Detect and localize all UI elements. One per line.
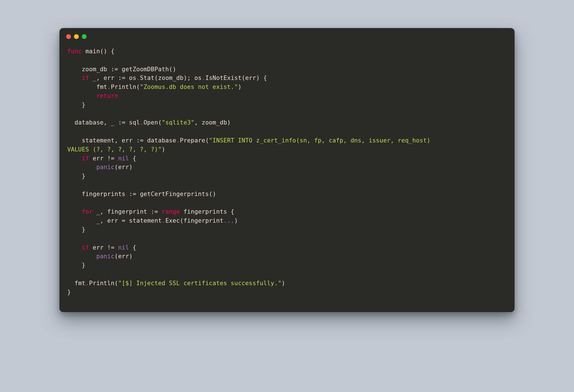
code-token-punct: )	[234, 217, 238, 224]
code-token-op: :=	[118, 119, 129, 126]
code-content: func main() { zoom_db := getZoomDBPath()…	[59, 42, 515, 312]
code-token-var: _	[96, 217, 100, 224]
code-token-var: err	[93, 244, 107, 251]
close-icon[interactable]	[66, 34, 71, 39]
code-token-op: :=	[151, 208, 162, 215]
code-window: func main() { zoom_db := getZoomDBPath()…	[59, 28, 515, 312]
code-token-punct: ()	[169, 66, 176, 73]
code-token-str: "sqlite3"	[162, 119, 195, 126]
code-token-punct: (fingerprint	[180, 217, 223, 224]
code-token-punct: {	[129, 155, 136, 162]
code-token-punct: ,	[114, 137, 122, 144]
code-token-punct: {	[227, 208, 234, 215]
code-token-fn: Println	[111, 83, 136, 90]
code-token-var: _	[111, 119, 118, 126]
code-token-kw: for	[82, 208, 93, 215]
code-token-dot-op: .	[85, 280, 89, 287]
code-token-var: err	[107, 217, 122, 224]
code-token-fn: Exec	[165, 217, 180, 224]
code-token-str: "INSERT INTO z_cert_info(sn, fp, cafp, d…	[209, 137, 434, 144]
window-titlebar	[59, 28, 515, 42]
code-token-punct: ,	[100, 217, 107, 224]
code-token-var: err	[93, 155, 107, 162]
code-token-punct: (err)	[114, 253, 133, 260]
code-token-pkg: database	[147, 137, 176, 144]
code-token-punct: (err) {	[242, 74, 267, 81]
code-token-punct: (zoom_db);	[154, 74, 195, 81]
code-token-dot-op: .	[202, 74, 205, 81]
code-token-punct: }	[82, 226, 85, 233]
code-token-punct: , zoom_db)	[195, 119, 231, 126]
code-token-builtin: panic	[96, 163, 115, 170]
code-token-var: fingerprints	[180, 208, 227, 215]
code-token-punct: }	[82, 262, 85, 269]
code-token-punct: ,	[96, 74, 104, 81]
code-token-op: :=	[111, 66, 122, 73]
minimize-icon[interactable]	[74, 34, 79, 39]
code-token-pkg: os	[195, 74, 202, 81]
code-token-range: range	[162, 208, 180, 215]
code-token-var: zoom_db	[82, 66, 111, 73]
code-token-pkg: statement	[129, 217, 162, 224]
code-token-punct: }	[82, 101, 85, 108]
code-token-punct: (	[205, 137, 209, 144]
code-token-kw: return	[96, 92, 118, 99]
code-token-punct: (	[114, 280, 118, 287]
code-token-op: !=	[107, 244, 118, 251]
code-token-builtin: panic	[96, 253, 115, 260]
code-token-builtin: nil	[118, 244, 129, 251]
code-token-fn: Println	[89, 280, 115, 287]
code-token-var: _	[93, 74, 96, 81]
code-token-pkg: sql	[129, 119, 140, 126]
code-token-var: fingerprints	[82, 190, 129, 197]
code-token-kw: if	[82, 74, 89, 81]
code-token-op: :=	[136, 137, 147, 144]
code-token-punct: (err)	[114, 163, 133, 170]
code-token-punct: ,	[100, 208, 107, 215]
code-token-op: :=	[129, 190, 140, 197]
code-token-punct: )	[281, 280, 285, 287]
code-token-var: fingerprint	[107, 208, 151, 215]
code-token-punct: {	[129, 244, 136, 251]
code-token-dot-op: .	[136, 74, 140, 81]
code-token-op: =	[122, 217, 129, 224]
code-token-dot-op: .	[162, 217, 165, 224]
code-token-kw: func	[67, 48, 82, 55]
code-token-pkg: fmt	[96, 83, 107, 90]
code-token-kw: if	[82, 155, 89, 162]
code-token-dot-op: .	[140, 119, 144, 126]
code-token-var: database	[75, 119, 104, 126]
code-token-fn: Stat	[140, 74, 154, 81]
code-token-punct: }	[82, 172, 85, 179]
code-token-punct: ()	[209, 190, 216, 197]
code-token-var: _	[96, 208, 100, 215]
code-token-dot-op: .	[176, 137, 180, 144]
code-token-punct: }	[67, 289, 71, 296]
code-token-var: statement	[82, 137, 115, 144]
code-token-var: err	[122, 137, 136, 144]
code-token-builtin: nil	[118, 155, 129, 162]
code-token-op: :=	[118, 74, 129, 81]
code-token-fn: getZoomDBPath	[122, 66, 169, 73]
code-token-fn: Open	[144, 119, 158, 126]
code-token-dot-op: .	[107, 83, 111, 90]
code-token-punct: () {	[100, 48, 115, 55]
code-token-str: "[$] Injected SSL certificates successfu…	[118, 280, 281, 287]
code-token-str: "Zoomus.db does not exist."	[140, 83, 238, 90]
code-token-kw: if	[82, 244, 89, 251]
code-token-punct: (	[136, 83, 140, 90]
code-token-fn: main	[85, 48, 100, 55]
code-token-pkg: os	[129, 74, 136, 81]
code-token-op: !=	[107, 155, 118, 162]
code-token-punct: ,	[104, 119, 111, 126]
code-token-var: err	[104, 74, 118, 81]
code-token-builtin: ...	[223, 217, 234, 224]
code-token-fn: IsNotExist	[205, 74, 242, 81]
code-token-punct: )	[238, 83, 242, 90]
code-token-punct: )	[162, 146, 165, 153]
code-token-fn: getCertFingerprints	[140, 190, 209, 197]
maximize-icon[interactable]	[82, 34, 87, 39]
code-token-str: VALUES (?, ?, ?, ?, ?, ?)"	[67, 146, 162, 153]
code-token-fn: Prepare	[180, 137, 205, 144]
code-token-pkg: fmt	[75, 280, 85, 287]
